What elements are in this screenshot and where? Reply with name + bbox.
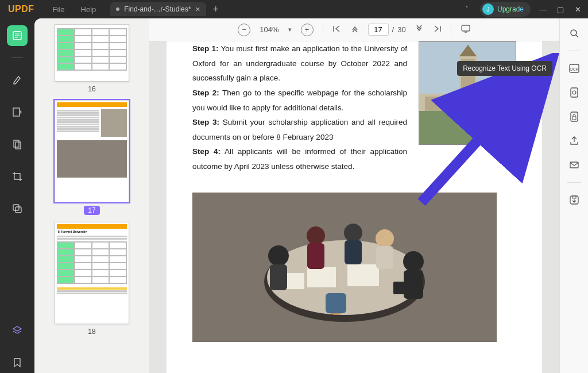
new-tab-button[interactable]: +	[213, 3, 219, 16]
zoom-dropdown-icon[interactable]: ▾	[288, 26, 292, 33]
svg-rect-4	[13, 108, 20, 116]
svg-rect-30	[307, 243, 324, 269]
bookmark-button[interactable]	[7, 352, 28, 373]
svg-point-40	[571, 30, 577, 36]
reader-mode-button[interactable]	[7, 25, 28, 46]
svg-point-35	[403, 251, 424, 272]
tab-strip: Find-and-…r-Studies* × +	[110, 2, 219, 16]
svg-rect-6	[16, 142, 21, 149]
share-button[interactable]	[567, 134, 581, 148]
total-pages: 30	[397, 25, 405, 34]
svg-rect-19	[425, 97, 454, 111]
document-tab[interactable]: Find-and-…r-Studies* ×	[110, 2, 206, 16]
left-toolbar	[0, 18, 34, 373]
svg-rect-8	[16, 207, 21, 213]
current-page-input[interactable]	[368, 24, 389, 36]
thumbnail-page-17[interactable]	[55, 100, 129, 202]
document-page[interactable]: Step 1: You must first make an applicati…	[167, 41, 542, 373]
next-page-button[interactable]	[415, 25, 423, 35]
svg-rect-44	[571, 88, 578, 97]
page-organize-button[interactable]	[7, 134, 28, 155]
first-page-button[interactable]	[332, 25, 342, 35]
crop-tool-button[interactable]	[7, 166, 28, 187]
upgrade-button[interactable]: J Upgrade	[480, 2, 531, 17]
menu-file[interactable]: File	[53, 5, 65, 14]
svg-point-45	[572, 91, 576, 94]
zoom-level: 104%	[260, 25, 278, 34]
tabs-dropdown-icon[interactable]: ˅	[462, 5, 472, 13]
svg-rect-5	[14, 140, 19, 147]
svg-rect-28	[270, 264, 287, 290]
minimize-button[interactable]: —	[539, 5, 548, 14]
svg-point-31	[344, 224, 362, 242]
prev-page-button[interactable]	[351, 25, 359, 35]
svg-rect-34	[376, 246, 393, 269]
thumbnail-label-16: 16	[88, 85, 95, 93]
thumbnail-label-17: 17	[84, 206, 99, 215]
layers-button[interactable]	[7, 320, 28, 341]
menubar: File Help	[42, 5, 96, 14]
svg-rect-9	[462, 25, 470, 31]
titlebar: UPDF File Help Find-and-…r-Studies* × + …	[0, 0, 588, 18]
ocr-tooltip: Recognize Text Using OCR	[457, 61, 552, 76]
page-indicator: / 30	[368, 24, 406, 36]
svg-rect-38	[326, 293, 346, 313]
upgrade-label: Upgrade	[497, 5, 524, 13]
svg-rect-48	[570, 162, 578, 168]
ocr-button[interactable]: OCR	[567, 61, 581, 75]
svg-point-29	[307, 226, 325, 245]
thumbnail-page-16[interactable]	[55, 24, 129, 82]
svg-point-33	[376, 229, 394, 248]
maximize-button[interactable]: ▢	[556, 5, 565, 14]
tab-title: Find-and-…r-Studies*	[124, 5, 191, 13]
zoom-in-button[interactable]: +	[301, 24, 314, 36]
last-page-button[interactable]	[432, 25, 442, 35]
email-button[interactable]	[567, 158, 581, 172]
tab-modified-dot-icon	[116, 7, 119, 11]
svg-rect-7	[13, 205, 19, 210]
save-button[interactable]	[567, 193, 581, 207]
svg-rect-39	[393, 282, 413, 294]
svg-line-41	[576, 35, 578, 37]
close-window-button[interactable]: ✕	[573, 5, 582, 14]
svg-text:OCR: OCR	[570, 67, 579, 71]
svg-rect-12	[419, 105, 516, 145]
redact-button[interactable]	[567, 86, 581, 99]
protect-button[interactable]	[567, 110, 581, 124]
app-logo: UPDF	[0, 4, 42, 14]
svg-point-27	[268, 245, 289, 266]
svg-rect-24	[307, 267, 336, 287]
highlight-tool-button[interactable]	[7, 70, 28, 90]
svg-rect-25	[347, 264, 379, 286]
thumbnail-page-18[interactable]: 5. Harvard University	[55, 222, 129, 324]
search-button[interactable]	[567, 26, 581, 40]
thumbnail-panel[interactable]: 16 17 5. Harvard Univer	[34, 18, 149, 373]
edit-text-tool-button[interactable]	[7, 102, 28, 122]
tab-close-icon[interactable]: ×	[195, 5, 200, 14]
zoom-out-button[interactable]: −	[238, 24, 250, 36]
tools-button[interactable]	[7, 198, 28, 219]
user-avatar: J	[482, 3, 494, 15]
presentation-button[interactable]	[461, 24, 471, 36]
menu-help[interactable]: Help	[81, 5, 96, 14]
document-image-university	[419, 41, 516, 145]
svg-rect-18	[464, 97, 472, 110]
svg-rect-32	[345, 240, 362, 264]
doc-toolbar: − 104% ▾ + / 30	[149, 18, 559, 41]
svg-rect-20	[482, 97, 511, 111]
document-text: Step 1: You must first make an applicati…	[192, 41, 407, 174]
right-toolbar: OCR	[559, 18, 588, 373]
svg-rect-47	[572, 117, 576, 120]
thumbnail-label-18: 18	[88, 328, 95, 336]
document-image-students	[192, 193, 497, 342]
